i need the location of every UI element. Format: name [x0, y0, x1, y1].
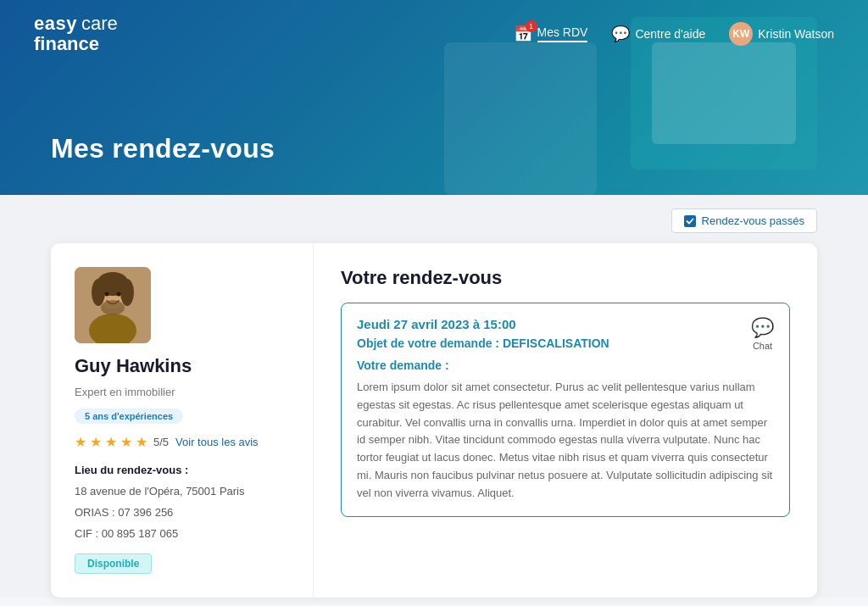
svg-point-5	[120, 279, 134, 306]
svg-point-8	[101, 300, 125, 315]
rdv-description: Lorem ipsum dolor sit amet consectetur. …	[357, 379, 774, 503]
appointment-card: Guy Hawkins Expert en immobilier 5 ans d…	[51, 243, 817, 598]
logo-finance: finance	[34, 34, 118, 54]
rdv-subject: Objet de votre demande : DEFISCALISATION	[357, 336, 774, 350]
page-title: Mes rendez-vous	[51, 133, 275, 164]
avatar: KW	[729, 22, 753, 46]
rdv-panel: Votre rendez-vous Jeudi 27 avril 2023 à …	[314, 243, 817, 598]
chat-button[interactable]: 💬 Chat	[751, 317, 774, 351]
orias-info: ORIAS : 07 396 256	[75, 506, 173, 519]
status-badge: Disponible	[75, 553, 152, 574]
nav-rdv-label: Mes RDV	[537, 25, 588, 42]
advisor-photo	[75, 267, 151, 343]
location-value: 18 avenue de l'Opéra, 75001 Paris	[75, 485, 245, 498]
header-content: easy care finance 📅 1 Mes RDV 💬 Centre d…	[0, 0, 868, 54]
logo-care: care	[81, 14, 118, 34]
hero-bg-person	[444, 42, 597, 195]
star-count: 5/5	[153, 436, 169, 448]
location-label: Lieu du rendez-vous :	[75, 464, 188, 476]
main-content: Rendez-vous passés	[0, 195, 868, 598]
cif-info: CIF : 00 895 187 065	[75, 527, 178, 540]
advisor-title: Expert en immobilier	[75, 386, 175, 398]
rdv-demand-label: Votre demande :	[357, 359, 774, 372]
user-name: Kristin Watson	[758, 27, 834, 41]
header-title-wrap: Mes rendez-vous	[51, 133, 275, 164]
star-1: ★	[75, 434, 86, 450]
logo[interactable]: easy care finance	[34, 14, 118, 54]
logo-easy: easy	[34, 14, 77, 34]
nav-rdv[interactable]: 📅 1 Mes RDV	[514, 25, 588, 43]
rdv-badge: 1	[526, 20, 537, 32]
star-3: ★	[105, 434, 117, 450]
header: easy care finance 📅 1 Mes RDV 💬 Centre d…	[0, 0, 868, 195]
checkbox-icon	[684, 215, 696, 227]
chat-label: Chat	[753, 341, 772, 351]
filter-rdv-passes[interactable]: Rendez-vous passés	[671, 208, 817, 233]
star-2: ★	[90, 434, 102, 450]
calendar-icon: 📅 1	[514, 25, 532, 43]
nav-aide-label: Centre d'aide	[635, 27, 705, 41]
rdv-section-title: Votre rendez-vous	[341, 267, 790, 289]
nav-aide[interactable]: 💬 Centre d'aide	[611, 25, 705, 43]
screen-inner	[652, 42, 796, 144]
rdv-details-box: Jeudi 27 avril 2023 à 15:00 Objet de vot…	[341, 303, 790, 517]
experience-badge: 5 ans d'expériences	[75, 409, 183, 424]
advisor-name: Guy Hawkins	[75, 355, 192, 377]
star-5: ★	[136, 434, 147, 450]
chat-icon: 💬	[751, 317, 774, 339]
rating-wrap: ★ ★ ★ ★ ★ 5/5 Voir tous les avis	[75, 434, 259, 450]
star-4: ★	[120, 434, 132, 450]
help-icon: 💬	[611, 25, 630, 43]
nav-right: 📅 1 Mes RDV 💬 Centre d'aide KW Kristin W…	[514, 22, 834, 46]
svg-point-6	[105, 292, 109, 297]
svg-point-4	[92, 279, 105, 306]
rdv-date: Jeudi 27 avril 2023 à 15:00	[357, 317, 774, 331]
filter-label: Rendez-vous passés	[702, 214, 804, 227]
review-link[interactable]: Voir tous les avis	[175, 436, 259, 448]
filter-bar: Rendez-vous passés	[51, 195, 817, 243]
advisor-panel: Guy Hawkins Expert en immobilier 5 ans d…	[51, 243, 314, 598]
nav-user[interactable]: KW Kristin Watson	[729, 22, 834, 46]
svg-point-7	[117, 292, 121, 297]
